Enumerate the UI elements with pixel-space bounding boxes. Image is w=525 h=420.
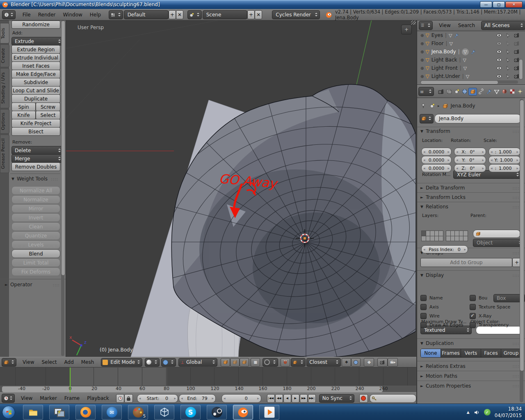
use-preview-range-button[interactable]	[116, 394, 124, 403]
subdivide-button[interactable]: Subdivide	[11, 78, 60, 87]
extrude-individual-button[interactable]: Extrude Individual	[11, 53, 60, 62]
outliner-scope-dropdown[interactable]: All Scenes	[481, 21, 525, 30]
shading-dropdown[interactable]	[145, 358, 160, 367]
snap-peel-button[interactable]	[351, 358, 361, 367]
knife-project-button[interactable]: Knife Project	[11, 119, 60, 128]
blend-button[interactable]: Blend	[11, 249, 60, 258]
tl-menu-marker[interactable]: Marker	[36, 395, 60, 401]
tab-object[interactable]	[468, 88, 477, 96]
editor-type-3dview[interactable]	[2, 358, 16, 367]
expand-icon[interactable]: ⊕	[420, 74, 424, 79]
randomize-button[interactable]: Randomize	[11, 21, 60, 29]
tab-texture[interactable]	[508, 88, 516, 95]
transform-panel-header[interactable]: ▼Transform::::	[417, 127, 525, 135]
custom-properties-panel[interactable]: ►Custom Properties::::	[417, 381, 525, 390]
mode-dropdown[interactable]: Edit Mode	[101, 358, 142, 367]
relations-extras-panel[interactable]: ►Relations Extras::::	[417, 361, 525, 371]
occlude-geometry-button[interactable]: ▦	[251, 358, 260, 367]
opengl-render-button[interactable]	[377, 358, 388, 367]
merge-dropdown[interactable]: Merge	[11, 154, 63, 163]
expand-icon[interactable]: ⊕	[420, 41, 424, 46]
renderability-camera-icon[interactable]	[514, 49, 520, 54]
normalize-button[interactable]: Normalize	[11, 195, 60, 204]
start-frame-field[interactable]: Start: 0	[137, 394, 178, 403]
object-name-field[interactable]: Jena.Body	[434, 114, 521, 123]
render-engine-dropdown[interactable]: Cycles Render	[272, 10, 320, 19]
shelf-tab-create[interactable]: Create	[0, 44, 9, 67]
taskbar-media-player[interactable]	[259, 405, 279, 420]
delete-dropdown[interactable]: Delete	[11, 146, 63, 155]
editor-type-properties[interactable]: ▤	[418, 87, 434, 96]
minimize-button[interactable]: —	[480, 1, 492, 8]
window-titlebar[interactable]: Blender [C:\Users\Phil\Documents\Blends\…	[0, 0, 525, 9]
knife-button[interactable]: Knife	[11, 111, 36, 119]
menu-window[interactable]: Window	[59, 12, 86, 18]
make-edge-face-button[interactable]: Make Edge/Face	[11, 70, 60, 78]
visibility-eye-icon[interactable]	[496, 41, 502, 46]
expand-icon[interactable]: ⊕	[420, 66, 424, 71]
duplication-panel-header[interactable]: ▼Duplication::::	[417, 339, 525, 348]
tab-render[interactable]	[437, 88, 445, 95]
start-button[interactable]	[0, 404, 17, 420]
scene-name-field[interactable]: Scene	[203, 10, 247, 19]
shelf-tab-shading-uvs[interactable]: Shading / UVs	[0, 68, 9, 108]
taskbar-steam[interactable]	[207, 405, 227, 420]
taskbar-firefox[interactable]	[75, 405, 96, 420]
texture-space-checkbox[interactable]	[470, 304, 476, 310]
screw-button[interactable]: Screw	[36, 103, 60, 111]
play-reverse-button[interactable]: ◀	[283, 394, 291, 403]
proportional-edit-dropdown[interactable]	[262, 358, 278, 367]
renderability-camera-icon[interactable]	[514, 41, 520, 46]
next-keyframe-button[interactable]: ▶▶	[300, 394, 308, 403]
select-button[interactable]: Select	[36, 111, 60, 119]
transparency-checkbox[interactable]	[470, 322, 476, 328]
mirror-button[interactable]: Mirror	[11, 204, 60, 213]
current-frame-field[interactable]: 0	[221, 394, 261, 403]
scale-x-field[interactable]: :1.000	[488, 148, 520, 156]
viewport-3d[interactable]: GO Away x z y User Persp (0) Jena.Body +	[66, 20, 416, 357]
shelf-tab-options[interactable]: Options	[0, 109, 9, 134]
pin-icon[interactable]	[420, 103, 426, 109]
fix-deforms-button[interactable]: Fix Deforms	[11, 267, 60, 276]
tl-menu-view[interactable]: View	[17, 395, 36, 401]
scene-delete-button[interactable]: ✕	[255, 10, 262, 19]
object-id-icon-dropdown[interactable]	[420, 114, 434, 123]
menu-help[interactable]: Help	[86, 12, 105, 18]
manipulator-button[interactable]: ✥	[364, 358, 374, 367]
tl-menu-playback[interactable]: Playback	[83, 395, 113, 401]
outliner-row-light-front[interactable]: ⊕ ▽ Light Front | ▽	[417, 64, 525, 72]
play-button[interactable]: ▶	[292, 394, 299, 403]
toolshelf-scrollbar[interactable]	[61, 21, 64, 356]
maximize-button[interactable]: ▢	[493, 1, 505, 8]
expand-icon[interactable]: ⊕	[420, 58, 424, 62]
weight-tools-panel-header[interactable]: ▼Weight Tools::::	[11, 176, 61, 182]
parent-type-dropdown[interactable]: Object	[473, 239, 524, 247]
levels-button[interactable]: Levels	[11, 240, 60, 249]
ol-menu-view[interactable]: View	[435, 23, 454, 28]
tl-menu-frame[interactable]: Frame	[61, 395, 83, 401]
taskbar-paint-app[interactable]: 5	[128, 405, 148, 420]
visibility-eye-icon[interactable]	[496, 66, 502, 71]
layout-icon-dropdown[interactable]	[109, 10, 123, 19]
selectability-cursor-icon[interactable]	[506, 33, 510, 38]
expand-icon[interactable]: ⊕	[420, 50, 424, 54]
pivot-dropdown[interactable]	[161, 358, 176, 367]
prev-keyframe-button[interactable]: ◀◀	[275, 394, 283, 403]
selectability-cursor-icon[interactable]	[506, 74, 510, 79]
axis-checkbox[interactable]	[420, 304, 427, 310]
autokey-record-button[interactable]	[359, 394, 368, 403]
visibility-eye-icon[interactable]	[496, 33, 502, 38]
volume-icon[interactable]	[474, 409, 480, 415]
dup-group-option[interactable]: Group	[501, 349, 521, 357]
layers-grid-1[interactable]	[421, 231, 443, 241]
dup-frames-option[interactable]: Frames	[441, 349, 461, 357]
visibility-eye-icon[interactable]	[496, 57, 502, 62]
relations-panel-header[interactable]: ▼Relations::::	[417, 202, 525, 211]
snap-target-dropdown[interactable]: Closest	[306, 358, 341, 367]
opengl-anim-button[interactable]: 🎬︎▸	[388, 358, 398, 367]
antivirus-tray-icon[interactable]: ✓	[484, 409, 491, 415]
timeline-tracks[interactable]	[0, 367, 416, 386]
tab-scene[interactable]	[453, 88, 461, 95]
region-expand-tab[interactable]: +	[401, 25, 412, 34]
close-button[interactable]: ✕	[505, 1, 523, 8]
